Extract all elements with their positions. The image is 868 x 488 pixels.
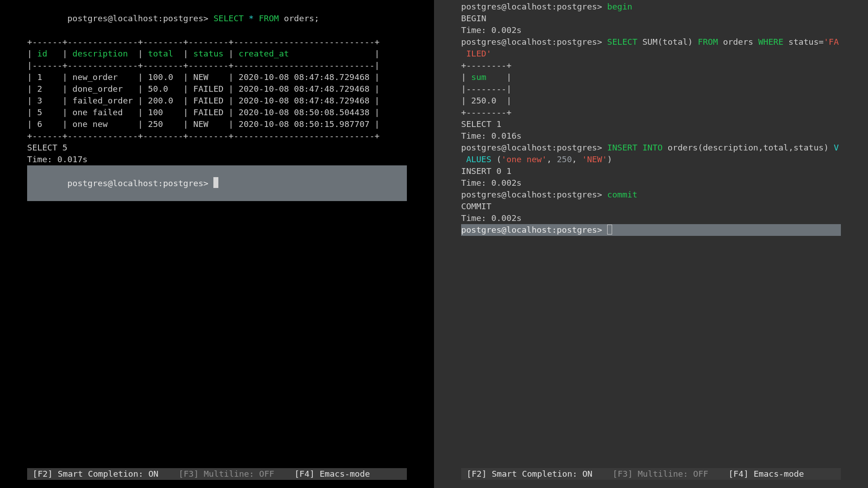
terminal-line: Time: 0.002s [461, 24, 841, 36]
terminal-line: ILED' [461, 48, 841, 60]
table-row: | 3 | failed_order | 200.0 | FAILED | 20… [27, 95, 407, 107]
table-row: | 6 | one new | 250 | NEW | 2020-10-08 0… [27, 118, 407, 130]
query-time: Time: 0.017s [27, 154, 407, 165]
terminal-line: | sum | [461, 71, 841, 83]
terminal-line: SELECT 1 [461, 118, 841, 130]
terminal-line: COMMIT [461, 201, 841, 212]
table-border: +------+--------------+--------+--------… [27, 130, 407, 142]
terminal-pane-left[interactable]: postgres@localhost:postgres> SELECT * FR… [0, 0, 434, 488]
terminal-line: Time: 0.016s [461, 130, 841, 142]
terminal-line: postgres@localhost:postgres> begin [461, 1, 841, 13]
terminal-pane-right[interactable]: postgres@localhost:postgres> beginBEGINT… [434, 0, 868, 488]
status-bar: [F2] Smart Completion: ON [F3] Multiline… [461, 468, 841, 480]
table-header-row: | id | description | total | status | cr… [27, 48, 407, 60]
f3-toggle[interactable]: [F3] Multiline: OFF [613, 469, 708, 479]
terminal-line: postgres@localhost:postgres> commit [461, 189, 841, 201]
f2-toggle[interactable]: [F2] Smart Completion: ON [467, 469, 592, 479]
terminal-line: ALUES ('one new', 250, 'NEW') [461, 154, 841, 165]
terminal-split: postgres@localhost:postgres> SELECT * FR… [0, 0, 868, 488]
terminal-line: postgres@localhost:postgres> SELECT SUM(… [461, 36, 841, 48]
terminal-line: +--------+ [461, 60, 841, 71]
table-border: +------+--------------+--------+--------… [27, 36, 407, 48]
result-count: SELECT 5 [27, 142, 407, 154]
table-row: | 5 | one failed | 100 | FAILED | 2020-1… [27, 107, 407, 118]
terminal-line: Time: 0.002s [461, 177, 841, 189]
table-row: | 1 | new_order | 100.0 | NEW | 2020-10-… [27, 71, 407, 83]
status-bar: [F2] Smart Completion: ON [F3] Multiline… [27, 468, 407, 480]
terminal-line: |--------| [461, 83, 841, 95]
f4-toggle[interactable]: [F4] Emacs-mode [728, 469, 804, 479]
cursor-icon [607, 225, 612, 235]
f4-toggle[interactable]: [F4] Emacs-mode [294, 469, 370, 479]
terminal-line: postgres@localhost:postgres> INSERT INTO… [461, 142, 841, 154]
terminal-line: +--------+ [461, 107, 841, 118]
cursor-icon [213, 177, 218, 188]
table-row: | 2 | done_order | 50.0 | FAILED | 2020-… [27, 83, 407, 95]
table-border: |------+--------------+--------+--------… [27, 60, 407, 71]
prompt-line-active[interactable]: postgres@localhost:postgres> [27, 165, 407, 201]
prompt-line-active[interactable]: postgres@localhost:postgres> [461, 224, 841, 236]
terminal-line: BEGIN [461, 13, 841, 24]
terminal-line: Time: 0.002s [461, 212, 841, 224]
f3-toggle[interactable]: [F3] Multiline: OFF [179, 469, 274, 479]
query-line: postgres@localhost:postgres> SELECT * FR… [27, 1, 407, 36]
f2-toggle[interactable]: [F2] Smart Completion: ON [33, 469, 158, 479]
terminal-line: | 250.0 | [461, 95, 841, 107]
terminal-line: INSERT 0 1 [461, 165, 841, 177]
